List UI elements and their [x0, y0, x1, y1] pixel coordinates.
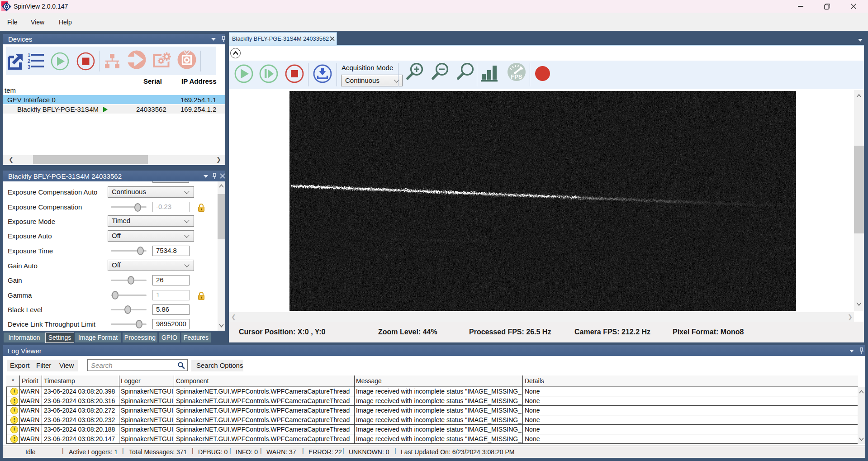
svg-text:3: 3 — [28, 64, 30, 70]
svg-text:1: 1 — [28, 52, 30, 58]
svg-text:2: 2 — [28, 58, 30, 64]
svg-text:FPS: FPS — [511, 73, 522, 80]
